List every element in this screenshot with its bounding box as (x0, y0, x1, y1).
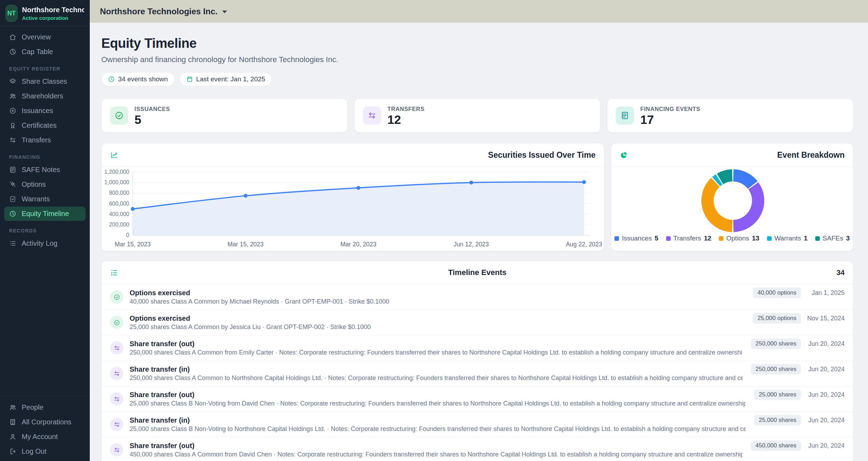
timeline-count: 34 (837, 268, 845, 277)
event-title: Share transfer (out) (130, 442, 743, 449)
stat-card-issuances: ISSUANCES5 (101, 98, 348, 133)
sidebar-item-all-corporations[interactable]: All Corporations (4, 415, 86, 429)
sidebar-item-shareholders[interactable]: Shareholders (4, 89, 86, 103)
stat-value: 17 (640, 113, 700, 126)
sidebar-item-overview[interactable]: Overview (4, 30, 86, 44)
sidebar-item-safe-notes[interactable]: SAFE Notes (4, 163, 86, 177)
sidebar-nav: OverviewCap TableEQUITY REGISTERShare Cl… (0, 27, 90, 251)
badge-last-event-jan-1-2025: Last event: Jan 1, 2025 (180, 72, 272, 86)
sidebar-item-warrants[interactable]: Warrants (4, 192, 86, 206)
event-date: Jun 20, 2024 (807, 415, 845, 425)
sidebar-item-label: Transfers (22, 136, 51, 144)
securities-chart-header: Securities Issued Over Time (102, 143, 604, 167)
event-title: Options exercised (130, 289, 744, 297)
sidebar-item-share-classes[interactable]: Share Classes (4, 74, 86, 89)
timeline-event-row[interactable]: Share transfer (in)25,000 shares Class B… (102, 411, 853, 437)
sidebar-footer: PeopleAll CorporationsMy AccountLog Out (0, 396, 90, 461)
event-title: Options exercised (130, 314, 744, 322)
timeline-event-row[interactable]: Options exercised25,000 shares Class A C… (102, 310, 853, 335)
legend-label: SAFEs (823, 235, 843, 242)
check-list-icon (9, 195, 16, 203)
legend-item-options: Options13 (719, 235, 759, 242)
company-selector-button[interactable]: Northshore Technologies Inc. (100, 7, 227, 16)
stats-row: ISSUANCES5TRANSFERS12FINANCING EVENTS17 (101, 98, 853, 133)
donut-legend: Issuances5Transfers12Options13Warrants1S… (611, 235, 853, 242)
event-description: 40,000 shares Class A Common by Michael … (130, 298, 744, 305)
page-content: Equity Timeline Ownership and financing … (90, 23, 868, 461)
svg-text:Mar 15, 2023: Mar 15, 2023 (115, 241, 151, 248)
event-breakdown-card: Event Breakdown Issuances5Transfers12Opt… (611, 143, 853, 251)
users-icon (9, 92, 16, 100)
legend-item-safes: SAFEs3 (815, 235, 850, 242)
svg-text:600,000: 600,000 (109, 201, 129, 207)
event-date: Jun 20, 2024 (807, 390, 845, 400)
event-title: Share transfer (in) (130, 416, 746, 424)
event-description: 25,000 shares Class A Common by Jessica … (130, 324, 744, 331)
activity-icon (9, 240, 16, 247)
event-date: Jun 20, 2024 (807, 441, 845, 451)
home-icon (9, 34, 16, 41)
legend-value: 12 (704, 235, 711, 242)
sidebar-item-label: Equity Timeline (22, 210, 69, 218)
timeline-title: Timeline Events (102, 268, 853, 277)
section-header-financing: FINANCING (4, 154, 86, 160)
svg-text:Mar 20, 2023: Mar 20, 2023 (340, 241, 376, 248)
event-description: 25,000 shares Class B Non-Voting to Nort… (130, 426, 746, 433)
badge-label: 34 events shown (118, 75, 168, 83)
sidebar-item-people[interactable]: People (4, 400, 86, 415)
legend-value: 13 (752, 235, 759, 242)
sidebar-item-label: Warrants (22, 195, 50, 203)
sidebar-item-label: Cap Table (22, 48, 53, 56)
legend-swatch (719, 236, 723, 241)
sidebar-item-certificates[interactable]: Certificates (4, 118, 86, 133)
building-icon (9, 418, 16, 426)
legend-label: Options (726, 235, 749, 242)
legend-value: 1 (804, 235, 808, 242)
sidebar-item-options[interactable]: Options (4, 177, 86, 192)
transfer-icon (110, 341, 123, 355)
sidebar-item-label: Overview (22, 33, 51, 41)
event-description: 450,000 shares Class A Common from David… (130, 451, 743, 458)
event-description: 25,000 shares Class B Non-Voting from Da… (130, 400, 746, 407)
chevron-down-icon (222, 10, 227, 13)
timeline-event-row[interactable]: Share transfer (in)250,000 shares Class … (102, 360, 853, 386)
sidebar-item-transfers[interactable]: Transfers (4, 133, 86, 147)
securities-chart-card: Securities Issued Over Time 0200,000400,… (101, 143, 604, 251)
section-header-equity-register: EQUITY REGISTER (4, 66, 86, 72)
timeline-event-row[interactable]: Share transfer (out)450,000 shares Class… (102, 437, 853, 461)
section-header-records: RECORDS (4, 228, 86, 233)
sidebar-item-issuances[interactable]: Issuances (4, 104, 86, 118)
sidebar-item-activity-log[interactable]: Activity Log (4, 236, 86, 251)
company-name: Northshore Technologie… (22, 6, 84, 14)
timeline-event-row[interactable]: Share transfer (out)25,000 shares Class … (102, 386, 853, 411)
sidebar-item-log-out[interactable]: Log Out (4, 444, 86, 459)
user-icon (9, 433, 16, 440)
timeline-event-row[interactable]: Options exercised40,000 shares Class A C… (102, 284, 853, 310)
users-icon (9, 404, 16, 411)
event-date: Jan 1, 2025 (807, 288, 845, 298)
event-description: 250,000 shares Class A Common from Emily… (130, 349, 743, 356)
event-title: Share transfer (out) (130, 340, 743, 348)
donut-chart: Issuances5Transfers12Options13Warrants1S… (611, 167, 853, 251)
sidebar-item-cap-table[interactable]: Cap Table (4, 45, 86, 59)
event-quantity-badge: 25,000 options (753, 313, 801, 324)
timeline-rows: Options exercised40,000 shares Class A C… (102, 284, 853, 461)
sidebar-item-label: Share Classes (22, 77, 67, 85)
event-quantity-badge: 250,000 shares (751, 364, 801, 374)
notes-icon (9, 166, 16, 173)
sidebar-item-label: My Account (22, 433, 58, 441)
timeline-event-row[interactable]: Share transfer (out)250,000 shares Class… (102, 335, 853, 360)
event-breakdown-title: Event Breakdown (777, 150, 845, 160)
sidebar-item-my-account[interactable]: My Account (4, 430, 86, 444)
logout-icon (9, 448, 16, 455)
svg-text:Aug 22, 2023: Aug 22, 2023 (566, 241, 602, 248)
legend-label: Warrants (774, 235, 801, 242)
line-chart: 0200,000400,000600,000800,0001,000,0001,… (102, 167, 604, 251)
sidebar-item-equity-timeline[interactable]: Equity Timeline (4, 207, 86, 221)
main-area: Northshore Technologies Inc. Equity Time… (90, 0, 868, 461)
check-circle-icon (110, 316, 123, 329)
sidebar-item-label: Log Out (22, 447, 46, 455)
legend-item-transfers: Transfers12 (666, 235, 712, 242)
event-quantity-badge: 25,000 shares (754, 389, 801, 400)
award-icon (9, 122, 16, 129)
